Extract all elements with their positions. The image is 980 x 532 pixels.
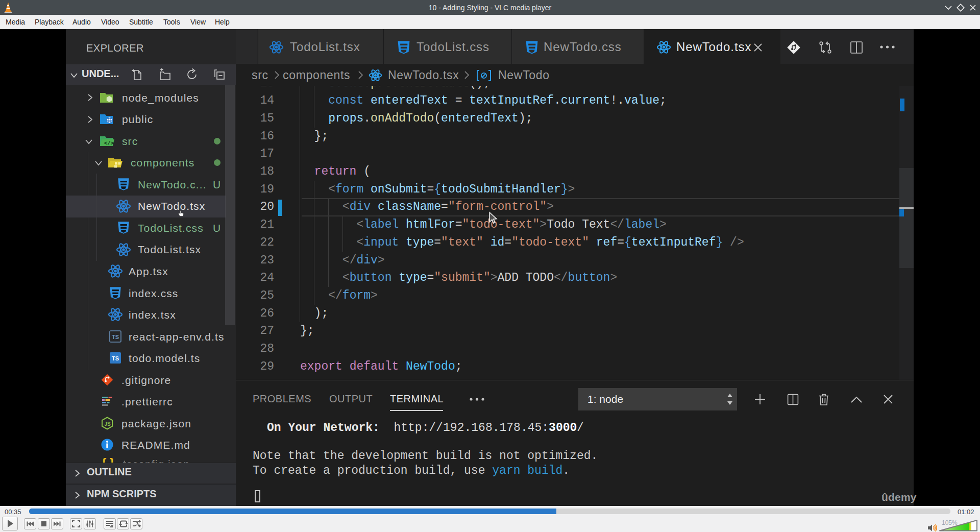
svg-text:JS: JS — [105, 421, 111, 427]
svg-text:TS: TS — [112, 355, 119, 361]
svg-text:TS: TS — [112, 334, 119, 340]
svg-text:</>: </> — [104, 140, 114, 147]
